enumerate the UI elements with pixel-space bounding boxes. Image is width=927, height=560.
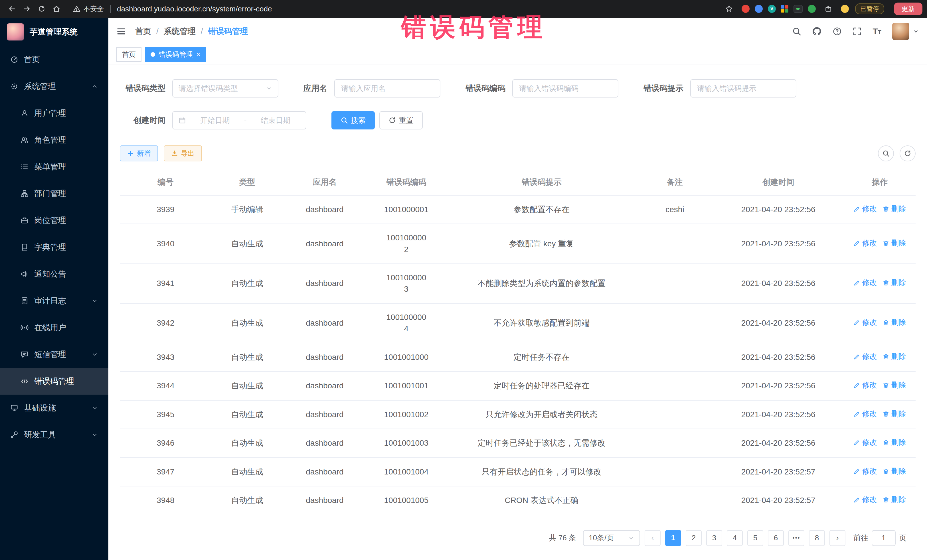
edit-link[interactable]: 修改 — [853, 317, 877, 328]
url-text[interactable]: dashboard.yudao.iocoder.cn/system/error-… — [117, 5, 272, 14]
sidebar-item-sms-management[interactable]: 短信管理 — [0, 341, 108, 368]
sidebar-item-label: 岗位管理 — [34, 215, 66, 226]
toggle-search-button[interactable] — [878, 146, 894, 161]
page-button[interactable]: 4 — [727, 530, 743, 546]
not-secure-warning[interactable]: 不安全 — [73, 4, 104, 14]
tab-home[interactable]: 首页 — [116, 47, 141, 62]
divider — [110, 5, 111, 13]
sidebar-item-post-management[interactable]: 岗位管理 — [0, 207, 108, 234]
sidebar-item-role-management[interactable]: 角色管理 — [0, 127, 108, 153]
github-icon[interactable] — [812, 27, 822, 36]
filter-code-label: 错误码编码 — [465, 83, 505, 94]
breadcrumb-system[interactable]: 系统管理 — [164, 26, 196, 37]
edit-link[interactable]: 修改 — [853, 238, 877, 249]
back-icon[interactable] — [5, 2, 20, 16]
tab-error-code[interactable]: 错误码管理 × — [145, 47, 206, 62]
page-button[interactable]: 6 — [768, 530, 784, 546]
delete-link[interactable]: 删除 — [883, 278, 906, 288]
sidebar-item-infrastructure[interactable]: 基础设施 — [0, 395, 108, 422]
sidebar-item-label: 角色管理 — [34, 135, 66, 146]
page-button[interactable]: 2 — [686, 530, 702, 546]
extension-record-icon[interactable] — [742, 5, 749, 13]
export-button[interactable]: 导出 — [164, 146, 202, 161]
prev-page-button[interactable]: ‹ — [644, 530, 661, 546]
delete-link[interactable]: 删除 — [883, 466, 906, 477]
search-button[interactable]: 搜索 — [331, 111, 375, 129]
help-icon[interactable] — [833, 27, 842, 36]
delete-link[interactable]: 删除 — [883, 437, 906, 448]
search-icon[interactable] — [792, 27, 801, 36]
page-button[interactable]: 5 — [747, 530, 763, 546]
delete-link[interactable]: 删除 — [883, 238, 906, 249]
refresh-table-button[interactable] — [900, 146, 916, 161]
sidebar-item-dept-management[interactable]: 部门管理 — [0, 180, 108, 207]
edit-link[interactable]: 修改 — [853, 437, 877, 448]
delete-link[interactable]: 删除 — [883, 351, 906, 362]
delete-link[interactable]: 删除 — [883, 408, 906, 419]
add-button[interactable]: 新增 — [120, 146, 158, 161]
page-button[interactable]: 3 — [706, 530, 722, 546]
edit-link[interactable]: 修改 — [853, 408, 877, 419]
online-icon — [21, 323, 29, 332]
sidebar-item-dev-tools[interactable]: 研发工具 — [0, 422, 108, 448]
page-button[interactable]: 8 — [809, 530, 825, 546]
cell-created: 2021-04-20 23:52:56 — [713, 304, 844, 343]
update-button[interactable]: 更新 — [894, 3, 922, 15]
sidebar-item-dict-management[interactable]: 字典管理 — [0, 234, 108, 261]
edit-link[interactable]: 修改 — [853, 278, 877, 288]
fullscreen-icon[interactable] — [853, 27, 862, 36]
sidebar-toggle-icon[interactable] — [116, 27, 126, 36]
edit-link[interactable]: 修改 — [853, 351, 877, 362]
column-header: 操作 — [844, 169, 916, 195]
sidebar-item-error-code-management[interactable]: 错误码管理 — [0, 368, 108, 395]
error-code-input[interactable] — [512, 79, 619, 97]
sidebar-item-notice-announcement[interactable]: 通知公告 — [0, 261, 108, 287]
delete-link[interactable]: 删除 — [883, 203, 906, 214]
breadcrumb-home[interactable]: 首页 — [135, 26, 151, 37]
date-range-picker[interactable]: 开始日期 - 结束日期 — [172, 111, 306, 129]
reset-button[interactable]: 重置 — [379, 111, 423, 129]
extension-grid-icon[interactable] — [781, 5, 789, 12]
edit-link[interactable]: 修改 — [853, 203, 877, 214]
close-tab-icon[interactable]: × — [196, 51, 200, 58]
user-menu[interactable] — [892, 23, 919, 40]
app-name-input[interactable] — [334, 79, 441, 97]
edit-link[interactable]: 修改 — [853, 495, 877, 505]
sidebar-item-home[interactable]: 首页 — [0, 46, 108, 73]
tampermonkey-smiley-icon[interactable] — [841, 5, 849, 13]
error-type-select[interactable]: 请选择错误码类型 — [172, 79, 278, 97]
next-page-button[interactable]: › — [830, 530, 845, 546]
app: 芋道管理系统 首页系统管理用户管理角色管理菜单管理部门管理岗位管理字典管理通知公… — [0, 18, 927, 560]
bookmark-star-icon[interactable] — [722, 2, 737, 16]
edit-link[interactable]: 修改 — [853, 380, 877, 391]
pager-more-button[interactable]: ••• — [789, 530, 804, 546]
extension-green-icon[interactable] — [808, 5, 816, 13]
extension-blue-icon[interactable] — [755, 5, 763, 13]
font-size-icon[interactable]: TT — [872, 27, 881, 36]
page-size-select[interactable]: 10条/页 — [583, 530, 640, 546]
sidebar-item-menu-management[interactable]: 菜单管理 — [0, 153, 108, 180]
delete-link[interactable]: 删除 — [883, 380, 906, 391]
sidebar-item-user-management[interactable]: 用户管理 — [0, 100, 108, 127]
sidebar-item-audit-log[interactable]: 审计日志 — [0, 287, 108, 314]
extension-v-icon[interactable]: V — [768, 5, 776, 13]
edit-link[interactable]: 修改 — [853, 466, 877, 477]
goto-page-input[interactable] — [872, 530, 896, 546]
error-msg-input[interactable] — [690, 79, 796, 97]
cell-actions: 修改删除 — [844, 224, 916, 264]
extensions-puzzle-icon[interactable] — [821, 2, 836, 16]
user-avatar — [892, 23, 909, 40]
sidebar-item-system-management[interactable]: 系统管理 — [0, 73, 108, 100]
home-icon[interactable] — [49, 2, 64, 16]
app-logo-row[interactable]: 芋道管理系统 — [0, 18, 108, 46]
sidebar-item-online-users[interactable]: 在线用户 — [0, 314, 108, 341]
cell-code: 1001001005 — [366, 486, 446, 514]
page-button[interactable]: 1 — [665, 530, 681, 546]
address-bar[interactable]: 不安全 dashboard.yudao.iocoder.cn/system/er… — [73, 4, 722, 14]
extension-on-badge[interactable]: on — [793, 5, 802, 13]
reload-icon[interactable] — [34, 2, 49, 16]
delete-link[interactable]: 删除 — [883, 317, 906, 328]
cell-remark: ceshi — [637, 195, 713, 224]
forward-icon[interactable] — [20, 2, 34, 16]
delete-link[interactable]: 删除 — [883, 495, 906, 505]
